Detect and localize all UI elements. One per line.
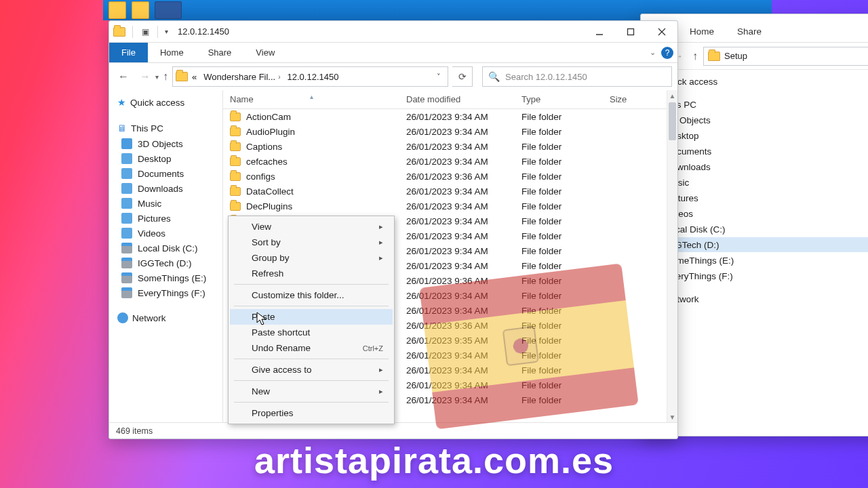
maximize-button[interactable] bbox=[615, 21, 646, 43]
status-item-count: 469 items bbox=[116, 426, 153, 436]
address-bar[interactable]: « Wondershare Fil...› 12.0.12.1450 ˅ bbox=[172, 66, 448, 87]
sidebar-item[interactable]: Music bbox=[109, 196, 222, 211]
scrollbar-thumb[interactable] bbox=[669, 102, 676, 140]
file-type: File folder bbox=[515, 365, 603, 375]
file-type: File folder bbox=[515, 216, 603, 226]
menu-paste-shortcut[interactable]: Paste shortcut bbox=[230, 325, 393, 340]
sidebar-item[interactable]: Desktop bbox=[109, 151, 222, 166]
context-menu: View▸ Sort by▸ Group by▸ Refresh Customi… bbox=[228, 216, 395, 424]
file-date: 26/01/2023 9:36 AM bbox=[399, 276, 515, 286]
tab-share[interactable]: Share bbox=[196, 43, 244, 62]
file-date: 26/01/2023 9:34 AM bbox=[399, 291, 515, 301]
folder-icon bbox=[708, 52, 720, 61]
qat-customize-icon[interactable]: ▾ bbox=[165, 28, 168, 35]
table-row[interactable]: DataCollect26/01/2023 9:34 AMFile folder bbox=[223, 184, 677, 199]
sidebar-item[interactable]: SomeThings (E:) bbox=[109, 270, 222, 285]
menu-separator bbox=[234, 306, 389, 306]
file-name: configs bbox=[246, 171, 275, 182]
file-type: File folder bbox=[515, 201, 603, 211]
column-headers[interactable]: ▴Name Date modified Type Size bbox=[223, 90, 677, 109]
tab-view[interactable]: View bbox=[243, 43, 287, 62]
address-segment[interactable]: Setup bbox=[724, 51, 747, 61]
file-date: 26/01/2023 9:34 AM bbox=[399, 261, 515, 271]
menu-group-by[interactable]: Group by▸ bbox=[230, 250, 393, 266]
table-row[interactable]: Captions26/01/2023 9:34 AMFile folder bbox=[223, 139, 677, 154]
taskbar-psd-icon[interactable] bbox=[155, 1, 182, 19]
file-date: 26/01/2023 9:34 AM bbox=[399, 201, 515, 211]
sidebar-this-pc[interactable]: 🖥This PC bbox=[109, 120, 222, 136]
tab-home[interactable]: Home bbox=[148, 43, 196, 62]
search-icon: 🔍 bbox=[488, 71, 500, 82]
help-icon[interactable]: ? bbox=[661, 47, 673, 59]
scroll-down-icon[interactable]: ▼ bbox=[667, 411, 677, 422]
history-dropdown-icon[interactable]: ▾ bbox=[155, 73, 159, 81]
menu-customize-folder[interactable]: Customize this folder... bbox=[230, 287, 393, 303]
file-date: 26/01/2023 9:34 AM bbox=[399, 142, 515, 152]
breadcrumb-overflow[interactable]: « bbox=[189, 72, 199, 82]
search-input[interactable]: 🔍 Search 12.0.12.1450 bbox=[482, 66, 672, 87]
up-one-level-button[interactable]: ↑ bbox=[163, 70, 168, 83]
menu-sort-by[interactable]: Sort by▸ bbox=[230, 235, 393, 250]
sidebar-item[interactable]: Videos bbox=[109, 226, 222, 241]
file-date: 26/01/2023 9:36 AM bbox=[399, 321, 515, 331]
vertical-scrollbar[interactable]: ▲ ▼ bbox=[667, 90, 677, 422]
address-dropdown-icon[interactable]: ˅ bbox=[433, 73, 445, 81]
sidebar-item[interactable]: EveryThings (F:) bbox=[109, 285, 222, 300]
file-name: ActionCam bbox=[246, 112, 291, 122]
file-date: 26/01/2023 9:34 AM bbox=[399, 231, 515, 241]
table-row[interactable]: ActionCam26/01/2023 9:34 AMFile folder bbox=[223, 109, 677, 124]
back-button[interactable]: ← bbox=[115, 68, 132, 85]
title-bar[interactable]: ▣ ▾ 12.0.12.1450 bbox=[109, 21, 677, 43]
tab-share[interactable]: Share bbox=[728, 24, 771, 39]
sidebar-item[interactable]: Pictures bbox=[109, 211, 222, 226]
file-date: 26/01/2023 9:35 AM bbox=[399, 336, 515, 346]
table-row[interactable]: configs26/01/2023 9:36 AMFile folder bbox=[223, 169, 677, 184]
column-type[interactable]: Type bbox=[515, 94, 603, 104]
sidebar-network[interactable]: Network bbox=[109, 310, 222, 326]
sidebar-item[interactable]: IGGTech (D:) bbox=[109, 256, 222, 270]
address-bar[interactable]: Setup bbox=[703, 47, 868, 66]
file-name: cefcaches bbox=[246, 157, 288, 167]
table-row[interactable]: DecPlugins26/01/2023 9:34 AMFile folder bbox=[223, 199, 677, 214]
file-type: File folder bbox=[515, 291, 603, 301]
menu-new[interactable]: New▸ bbox=[230, 384, 393, 399]
menu-shortcut: Ctrl+Z bbox=[363, 344, 383, 352]
menu-view[interactable]: View▸ bbox=[230, 219, 393, 235]
taskbar-folder-icon[interactable] bbox=[108, 1, 126, 19]
menu-separator bbox=[234, 284, 389, 285]
forward-button[interactable]: → bbox=[136, 68, 154, 85]
watermark-text: artistapirata.com.es bbox=[0, 439, 868, 481]
column-date[interactable]: Date modified bbox=[399, 94, 515, 104]
up-one-level-icon[interactable]: ↑ bbox=[692, 50, 698, 62]
table-row[interactable]: cefcaches26/01/2023 9:34 AMFile folder bbox=[223, 154, 677, 169]
sidebar-item[interactable]: Documents bbox=[109, 166, 222, 181]
table-row[interactable]: AudioPlugin26/01/2023 9:34 AMFile folder bbox=[223, 124, 677, 139]
sidebar-item[interactable]: 3D Objects bbox=[109, 136, 222, 151]
breadcrumb-segment[interactable]: 12.0.12.1450 bbox=[285, 72, 342, 82]
properties-icon[interactable]: ▣ bbox=[140, 26, 151, 37]
menu-refresh[interactable]: Refresh bbox=[230, 266, 393, 281]
file-type: File folder bbox=[515, 306, 603, 316]
minimize-button[interactable] bbox=[584, 21, 615, 43]
tab-file[interactable]: File bbox=[109, 43, 148, 62]
sidebar-item[interactable]: Local Disk (C:) bbox=[109, 241, 222, 256]
ribbon-expand-icon[interactable]: ⌄ bbox=[650, 48, 656, 57]
menu-give-access-to[interactable]: Give access to▸ bbox=[230, 362, 393, 378]
status-bar: 469 items bbox=[109, 422, 677, 439]
sidebar-quick-access[interactable]: ★Quick access bbox=[109, 94, 222, 110]
close-button[interactable] bbox=[646, 21, 677, 43]
menu-paste[interactable]: Paste bbox=[230, 309, 393, 325]
refresh-button[interactable]: ⟳ bbox=[452, 66, 473, 87]
breadcrumb-segment[interactable]: Wondershare Fil...› bbox=[201, 72, 283, 82]
menu-separator bbox=[234, 380, 389, 381]
menu-properties[interactable]: Properties bbox=[230, 405, 393, 421]
file-name: AudioPlugin bbox=[246, 127, 295, 137]
sidebar-item[interactable]: Downloads bbox=[109, 181, 222, 196]
column-name[interactable]: ▴Name bbox=[223, 94, 399, 104]
file-date: 26/01/2023 9:34 AM bbox=[399, 186, 515, 197]
tab-home[interactable]: Home bbox=[680, 24, 724, 39]
sidebar: ★Quick access 🖥This PC 3D Objects Deskto… bbox=[109, 90, 223, 422]
taskbar-folder-icon[interactable] bbox=[132, 1, 149, 19]
scroll-up-icon[interactable]: ▲ bbox=[667, 90, 677, 101]
menu-undo-rename[interactable]: Undo RenameCtrl+Z bbox=[230, 340, 393, 356]
